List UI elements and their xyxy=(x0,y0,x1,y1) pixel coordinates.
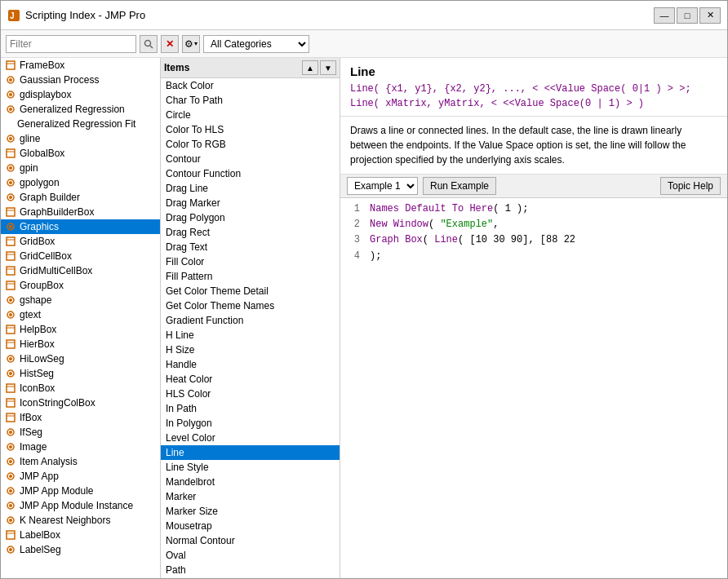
list-item[interactable]: Marker xyxy=(161,489,340,504)
list-item[interactable]: Drag Polygon xyxy=(161,210,340,225)
maximize-button[interactable]: □ xyxy=(677,7,698,24)
svg-rect-38 xyxy=(7,325,15,334)
list-item[interactable]: Handle xyxy=(161,357,340,372)
svg-point-53 xyxy=(9,431,12,434)
list-item[interactable]: Fill Color xyxy=(161,254,340,269)
sidebar-item-label: Gaussian Process xyxy=(20,74,99,86)
sidebar-item-globalbox[interactable]: GlobalBox xyxy=(1,146,160,161)
nav-down-button[interactable]: ▼ xyxy=(320,60,336,75)
list-item[interactable]: H Line xyxy=(161,328,340,343)
sidebar-item-labelbox[interactable]: LabelBox xyxy=(1,528,160,542)
example-toolbar: Example 1 Run Example Topic Help xyxy=(340,175,727,198)
list-item[interactable]: Color To HLS xyxy=(161,122,340,137)
dot-icon xyxy=(4,455,17,468)
list-item[interactable]: Gradient Function xyxy=(161,313,340,328)
list-item[interactable]: Fill Pattern xyxy=(161,269,340,284)
sidebar-item-gridcellbox[interactable]: GridCellBox xyxy=(1,249,160,263)
box-icon xyxy=(4,323,17,336)
sidebar-item-gaussianprocess[interactable]: Gaussian Process xyxy=(1,73,160,87)
list-item[interactable]: H Size xyxy=(161,343,340,357)
sidebar-item-label: IconBox xyxy=(20,382,55,394)
list-item[interactable]: Heat Color xyxy=(161,372,340,387)
list-item[interactable]: Path xyxy=(161,563,340,577)
sidebar-item-labelseg[interactable]: LabelSeg xyxy=(1,542,160,557)
sidebar-item-jmpappmodule[interactable]: JMP App Module xyxy=(1,484,160,498)
sidebar-item-gridmulticellbox[interactable]: GridMultiCellBox xyxy=(1,263,160,278)
category-select[interactable]: All Categories xyxy=(203,35,309,53)
sidebar-item-gdisplaybox[interactable]: gdisplaybox xyxy=(1,87,160,102)
list-item[interactable]: Char To Path xyxy=(161,93,340,108)
box-icon xyxy=(4,279,17,292)
box-icon xyxy=(4,235,17,248)
list-item[interactable]: Level Color xyxy=(161,431,340,445)
list-item[interactable]: HLS Color xyxy=(161,387,340,401)
sidebar-item-graphbuilder[interactable]: Graph Builder xyxy=(1,190,160,205)
list-item[interactable]: In Path xyxy=(161,401,340,416)
sidebar-item-image[interactable]: Image xyxy=(1,440,160,454)
sidebar-item-graphics[interactable]: Graphics xyxy=(1,219,160,234)
clear-filter-button[interactable]: ✕ xyxy=(161,35,179,53)
sidebar-item-jmpappmoduleinstance[interactable]: JMP App Module Instance xyxy=(1,498,160,513)
search-button[interactable] xyxy=(140,35,158,53)
sidebar-item-gshape[interactable]: gshape xyxy=(1,293,160,307)
list-item[interactable]: Drag Rect xyxy=(161,225,340,240)
sidebar-item-gridbox[interactable]: GridBox xyxy=(1,234,160,249)
nav-up-button[interactable]: ▲ xyxy=(302,60,318,75)
list-item[interactable]: Drag Line xyxy=(161,181,340,196)
list-item[interactable]: Color To RGB xyxy=(161,137,340,152)
sidebar-item-gtext[interactable]: gtext xyxy=(1,307,160,322)
sidebar-item-hierbox[interactable]: HierBox xyxy=(1,337,160,351)
list-item[interactable]: Circle xyxy=(161,108,340,122)
minimize-button[interactable]: — xyxy=(654,7,675,24)
sidebar-item-gpin[interactable]: gpin xyxy=(1,161,160,175)
items-header: Items ▲ ▼ xyxy=(161,58,340,78)
sidebar-item-groupbox[interactable]: GroupBox xyxy=(1,278,160,293)
filter-input[interactable] xyxy=(6,35,136,53)
list-item[interactable]: Back Color xyxy=(161,78,340,93)
sidebar-item-histseg[interactable]: HistSeg xyxy=(1,366,160,381)
list-item[interactable]: Oval xyxy=(161,548,340,563)
sidebar-item-graphbuilderbox[interactable]: GraphBuilderBox xyxy=(1,205,160,219)
sidebar-item-jmpapp[interactable]: JMP App xyxy=(1,469,160,484)
sidebar-item-hilowseg[interactable]: HiLowSeg xyxy=(1,351,160,366)
list-item[interactable]: Line Style xyxy=(161,460,340,475)
sidebar-item-generalizedregressionfit[interactable]: Generalized Regression Fit xyxy=(1,117,160,131)
code-string: "Example" xyxy=(440,219,493,230)
sidebar-item-gline[interactable]: gline xyxy=(1,131,160,146)
svg-rect-50 xyxy=(7,413,15,422)
run-example-button[interactable]: Run Example xyxy=(423,177,496,195)
close-button[interactable]: ✕ xyxy=(699,7,721,24)
list-item[interactable]: In Polygon xyxy=(161,416,340,431)
sidebar-item-helpbox[interactable]: HelpBox xyxy=(1,322,160,337)
list-item[interactable]: Mandelbrot xyxy=(161,475,340,489)
list-item[interactable]: Normal Contour xyxy=(161,533,340,548)
topic-help-button[interactable]: Topic Help xyxy=(660,177,721,195)
list-item[interactable]: Drag Marker xyxy=(161,196,340,210)
list-item[interactable]: Get Color Theme Names xyxy=(161,298,340,313)
dot-icon xyxy=(4,426,17,439)
list-item[interactable]: Mousetrap xyxy=(161,519,340,533)
sidebar-item-ifbox[interactable]: IfBox xyxy=(1,410,160,425)
box-icon xyxy=(4,396,17,409)
list-item[interactable]: Marker Size xyxy=(161,504,340,519)
sidebar-item-knearestneighbors[interactable]: K Nearest Neighbors xyxy=(1,513,160,528)
svg-rect-30 xyxy=(7,267,15,275)
box-icon xyxy=(4,264,17,277)
list-item[interactable]: Drag Text xyxy=(161,240,340,254)
sidebar-item-gpolygon[interactable]: gpolygon xyxy=(1,175,160,190)
example-select[interactable]: Example 1 xyxy=(347,177,418,195)
dot-icon xyxy=(4,484,17,497)
sidebar-item-iconstringcolbox[interactable]: IconStringColBox xyxy=(1,396,160,410)
settings-button[interactable]: ⚙ ▾ xyxy=(182,35,200,53)
sidebar-item-framebox[interactable]: FrameBox xyxy=(1,58,160,73)
sidebar-item-ifseg[interactable]: IfSeg xyxy=(1,425,160,440)
svg-rect-4 xyxy=(7,61,15,69)
list-item[interactable]: Contour xyxy=(161,152,340,166)
list-item[interactable]: Get Color Theme Detail xyxy=(161,284,340,298)
list-item[interactable]: Line xyxy=(161,445,340,460)
category-list: FrameBoxGaussian ProcessgdisplayboxGener… xyxy=(1,58,160,579)
sidebar-item-itemanalysis[interactable]: Item Analysis xyxy=(1,454,160,469)
list-item[interactable]: Contour Function xyxy=(161,166,340,181)
sidebar-item-generalizedregression[interactable]: Generalized Regression xyxy=(1,102,160,117)
sidebar-item-iconbox[interactable]: IconBox xyxy=(1,381,160,396)
